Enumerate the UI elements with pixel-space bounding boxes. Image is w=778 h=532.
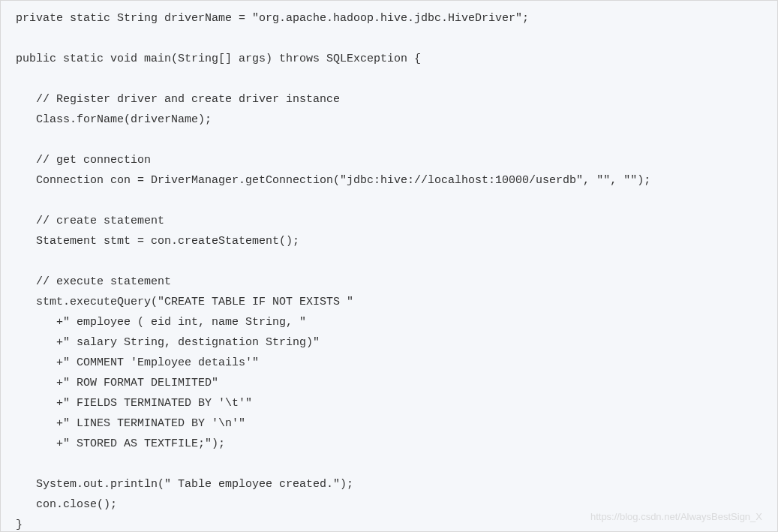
code-line: +" STORED AS TEXTFILE;"); [16,437,225,450]
code-line: // create statement [16,215,164,227]
code-line: // Register driver and create driver ins… [16,93,340,106]
code-block: private static String driverName = "org.… [16,8,762,532]
code-line: +" employee ( eid int, name String, " [16,316,306,329]
code-line: Statement stmt = con.createStatement(); [16,235,299,248]
watermark-text: https://blog.csdn.net/AlwaysBestSign_X [590,508,762,525]
code-line: System.out.println(" Table employee crea… [16,478,353,491]
code-line: +" COMMENT 'Employee details'" [16,356,259,369]
code-line: } [16,518,23,531]
code-line: stmt.executeQuery("CREATE TABLE IF NOT E… [16,296,353,308]
code-line: +" salary String, destignation String)" [16,336,320,349]
code-line: +" LINES TERMINATED BY '\n'" [16,417,245,430]
code-line: private static String driverName = "org.… [16,12,529,25]
code-line: con.close(); [16,498,117,511]
code-line: +" FIELDS TERMINATED BY '\t'" [16,397,252,410]
code-line: // get connection [16,154,151,167]
code-line: Connection con = DriverManager.getConnec… [16,174,650,187]
code-line: // execute statement [16,275,171,288]
code-line: Class.forName(driverName); [16,113,212,126]
code-line: public static void main(String[] args) t… [16,53,421,65]
code-line: +" ROW FORMAT DELIMITED" [16,377,218,389]
